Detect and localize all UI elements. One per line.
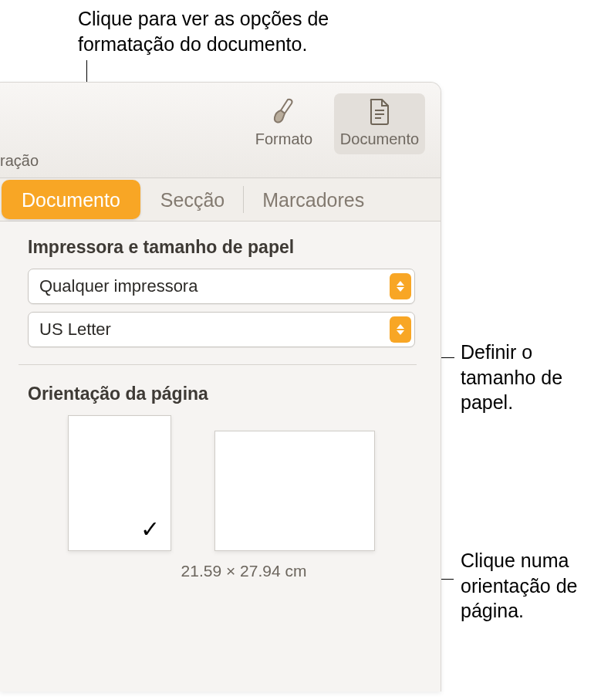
inspector-panel: ração Formato Documento Documento Secção… [0, 82, 441, 692]
format-button-label: Formato [255, 130, 312, 148]
paper-size-popup[interactable]: US Letter [28, 312, 415, 347]
popup-stepper-icon [390, 273, 411, 299]
printer-popup[interactable]: Qualquer impressora [28, 269, 415, 304]
printer-popup-value: Qualquer impressora [39, 276, 198, 296]
callout-paper-size: Definir o tamanho de papel. [461, 340, 599, 415]
titlebar-left-fragment: ração [0, 152, 39, 170]
divider [19, 364, 417, 365]
callout-orientation: Clique numa orientação de página. [461, 548, 599, 624]
orientation-landscape[interactable] [214, 431, 375, 551]
paper-size-popup-value: US Letter [39, 320, 111, 340]
document-toolbar-button-label: Documento [340, 130, 419, 148]
orientation-portrait[interactable]: ✓ [68, 415, 171, 551]
page-dimensions: 21.59 × 27.94 cm [128, 562, 360, 580]
panel-body: Impressora e tamanho de papel Qualquer i… [0, 221, 441, 580]
callout-tab-description: Clique para ver as opções de formatação … [78, 6, 410, 56]
paintbrush-icon [271, 98, 297, 126]
tab-documento[interactable]: Documento [2, 180, 140, 219]
document-page-icon [368, 98, 391, 126]
orientation-row: ✓ [28, 415, 422, 551]
section-title-orientation: Orientação da página [28, 384, 422, 404]
checkmark-icon: ✓ [140, 516, 160, 543]
popup-stepper-icon [390, 316, 411, 343]
titlebar: ração Formato Documento [0, 83, 441, 178]
section-title-printer-paper: Impressora e tamanho de papel [28, 237, 422, 258]
tab-marcadores[interactable]: Marcadores [244, 178, 383, 221]
tab-seccao[interactable]: Secção [142, 178, 243, 221]
document-toolbar-button[interactable]: Documento [334, 93, 425, 154]
format-button[interactable]: Formato [238, 93, 329, 148]
tab-bar: Documento Secção Marcadores [0, 178, 441, 221]
